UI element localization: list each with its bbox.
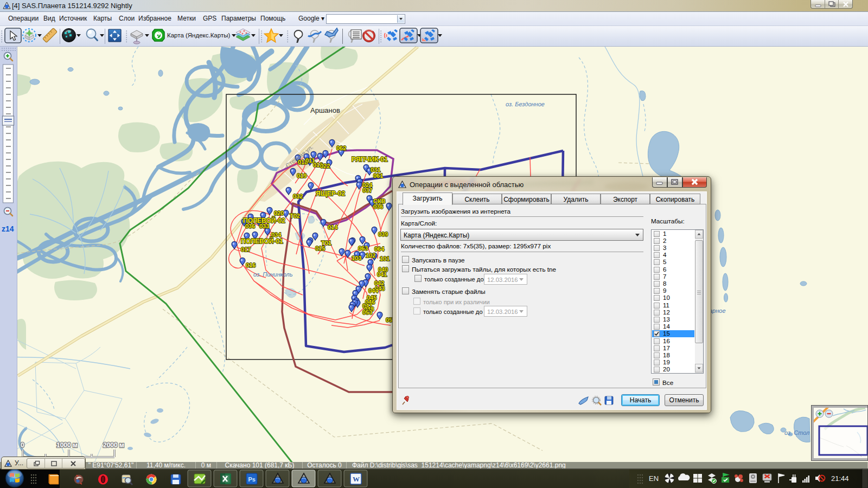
svg-text:053: 053 [362,309,372,316]
svg-text:Карта (Яндекс.Карты): Карта (Яндекс.Карты) [167,32,230,38]
svg-text:ЯЩЕР-02: ЯЩЕР-02 [316,190,346,197]
svg-text:017: 017 [241,246,251,253]
svg-text:033: 033 [259,223,269,229]
svg-text:101: 101 [380,255,390,262]
svg-text:2000 м: 2000 м [103,441,124,449]
svg-text:036: 036 [373,203,383,210]
svg-text:044: 044 [368,287,379,294]
svg-text:Аршанов: Аршанов [310,106,340,114]
svg-text:061: 061 [373,172,383,179]
svg-text:103: 103 [352,255,361,261]
svg-text:036: 036 [245,223,255,229]
svg-text:063: 063 [358,245,368,252]
svg-text:102: 102 [366,252,375,259]
svg-text:оз. Стол: оз. Стол [784,429,809,436]
svg-text:064: 064 [374,246,385,252]
svg-text:W: W [353,475,360,483]
svg-text:арное: арное [709,307,726,314]
svg-text:Т02: Т02 [290,213,300,219]
svg-text:21:44: 21:44 [831,474,849,483]
svg-text:1000 м: 1000 м [56,441,78,449]
svg-text:ПОЛЕВОЙ-01: ПОЛЕВОЙ-01 [241,237,283,245]
svg-text:016: 016 [246,262,256,268]
svg-text:EN: EN [649,474,659,483]
svg-text:z14: z14 [2,224,14,233]
svg-text:015: 015 [315,245,325,252]
svg-text:оз. Бездонное: оз. Бездонное [506,101,545,107]
svg-text:041: 041 [377,271,387,278]
svg-text:037: 037 [362,187,372,194]
svg-text:Ps: Ps [248,476,256,483]
svg-text:014: 014 [328,224,338,230]
svg-text:062: 062 [336,145,346,151]
svg-text:022: 022 [320,163,330,169]
svg-text:0: 0 [21,441,24,449]
svg-text:020: 020 [274,210,284,216]
svg-text:032: 032 [293,193,303,200]
svg-text:039: 039 [378,231,388,237]
svg-text:019: 019 [297,172,307,179]
svg-text:РЯПЧИК-01: РЯПЧИК-01 [352,156,388,163]
svg-text:оз. Пининколь: оз. Пининколь [253,271,293,278]
